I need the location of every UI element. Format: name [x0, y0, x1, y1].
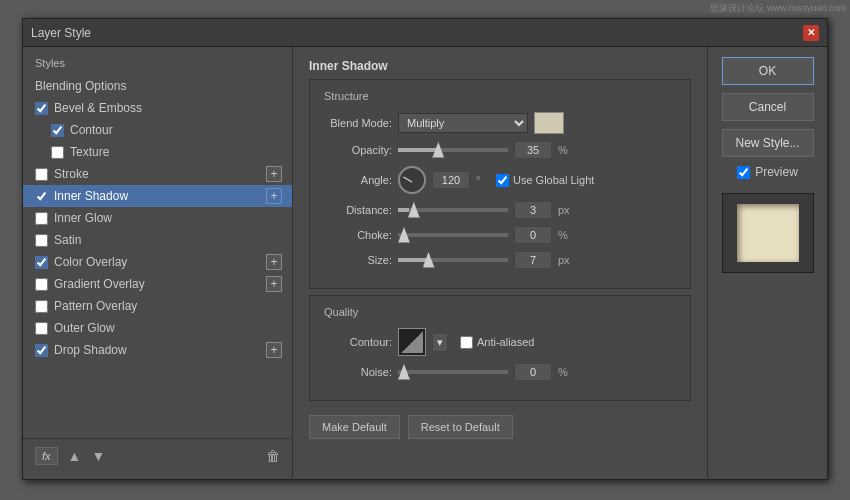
structure-subtitle: Structure: [322, 90, 678, 102]
gradient-overlay-add-button[interactable]: +: [266, 276, 282, 292]
inner-glow-checkbox[interactable]: [35, 212, 48, 225]
contour-dropdown-button[interactable]: ▾: [432, 333, 448, 352]
inner-shadow-checkbox[interactable]: [35, 190, 48, 203]
action-buttons-row: Make Default Reset to Default: [309, 415, 691, 439]
sidebar-item-inner-shadow[interactable]: Inner Shadow +: [23, 185, 292, 207]
bottom-icons-row: fx ▲ ▼ 🗑: [23, 438, 292, 473]
dialog-title: Layer Style: [31, 26, 91, 40]
color-overlay-add-button[interactable]: +: [266, 254, 282, 270]
sidebar-item-satin[interactable]: Satin: [23, 229, 292, 251]
sidebar-item-inner-glow[interactable]: Inner Glow: [23, 207, 292, 229]
title-bar: Layer Style ✕: [23, 19, 827, 47]
sidebar-item-drop-shadow[interactable]: Drop Shadow +: [23, 339, 292, 361]
color-overlay-checkbox[interactable]: [35, 256, 48, 269]
size-input[interactable]: [514, 251, 552, 269]
blend-mode-row: Blend Mode: Multiply Normal Dissolve Scr…: [322, 112, 678, 134]
sidebar-item-bevel-emboss[interactable]: Bevel & Emboss: [23, 97, 292, 119]
opacity-slider[interactable]: [398, 148, 508, 152]
blend-mode-label: Blend Mode:: [322, 117, 392, 129]
gradient-overlay-label: Gradient Overlay: [54, 277, 145, 291]
stroke-checkbox[interactable]: [35, 168, 48, 181]
blending-options-label: Blending Options: [35, 79, 126, 93]
delete-button[interactable]: 🗑: [266, 448, 280, 464]
pattern-overlay-checkbox[interactable]: [35, 300, 48, 313]
new-style-button[interactable]: New Style...: [722, 129, 814, 157]
inner-glow-label: Inner Glow: [54, 211, 112, 225]
blend-mode-select[interactable]: Multiply Normal Dissolve Screen Overlay: [398, 113, 528, 133]
sidebar-item-pattern-overlay[interactable]: Pattern Overlay: [23, 295, 292, 317]
preview-label: Preview: [755, 165, 798, 179]
angle-label: Angle:: [322, 174, 392, 186]
angle-dial[interactable]: [398, 166, 426, 194]
bevel-emboss-checkbox[interactable]: [35, 102, 48, 115]
noise-label: Noise:: [322, 366, 392, 378]
inner-shadow-add-button[interactable]: +: [266, 188, 282, 204]
blend-color-swatch[interactable]: [534, 112, 564, 134]
opacity-unit: %: [558, 144, 572, 156]
opacity-input[interactable]: [514, 141, 552, 159]
contour-thumbnail[interactable]: [398, 328, 426, 356]
stroke-add-button[interactable]: +: [266, 166, 282, 182]
global-light-checkbox[interactable]: [496, 174, 509, 187]
quality-label: Quality: [322, 306, 678, 318]
fx-button[interactable]: fx: [35, 447, 58, 465]
choke-slider[interactable]: [398, 233, 508, 237]
close-button[interactable]: ✕: [803, 25, 819, 41]
sidebar-item-blending-options[interactable]: Blending Options: [23, 75, 292, 97]
size-unit: px: [558, 254, 572, 266]
distance-unit: px: [558, 204, 572, 216]
preview-box: [722, 193, 814, 273]
preview-checkbox[interactable]: [737, 166, 750, 179]
distance-label: Distance:: [322, 204, 392, 216]
global-light-check: Use Global Light: [496, 174, 594, 187]
stroke-label: Stroke: [54, 167, 89, 181]
ok-button[interactable]: OK: [722, 57, 814, 85]
anti-aliased-checkbox[interactable]: [460, 336, 473, 349]
gradient-overlay-checkbox[interactable]: [35, 278, 48, 291]
satin-checkbox[interactable]: [35, 234, 48, 247]
distance-row: Distance: px: [322, 201, 678, 219]
sidebar-item-contour[interactable]: Contour: [23, 119, 292, 141]
global-light-label: Use Global Light: [513, 174, 594, 186]
opacity-row: Opacity: %: [322, 141, 678, 159]
sidebar-item-stroke[interactable]: Stroke +: [23, 163, 292, 185]
move-up-button[interactable]: ▲: [68, 448, 82, 464]
satin-label: Satin: [54, 233, 81, 247]
move-down-button[interactable]: ▼: [91, 448, 105, 464]
outer-glow-label: Outer Glow: [54, 321, 115, 335]
sidebar-item-texture[interactable]: Texture: [23, 141, 292, 163]
quality-section: Quality Contour: ▾ Anti-aliased: [309, 295, 691, 401]
bevel-emboss-label: Bevel & Emboss: [54, 101, 142, 115]
drop-shadow-add-button[interactable]: +: [266, 342, 282, 358]
sidebar-item-outer-glow[interactable]: Outer Glow: [23, 317, 292, 339]
size-row: Size: px: [322, 251, 678, 269]
noise-input[interactable]: [514, 363, 552, 381]
distance-input[interactable]: [514, 201, 552, 219]
size-slider[interactable]: [398, 258, 508, 262]
reset-to-default-button[interactable]: Reset to Default: [408, 415, 513, 439]
angle-needle: [403, 177, 412, 183]
distance-slider[interactable]: [398, 208, 508, 212]
choke-row: Choke: %: [322, 226, 678, 244]
angle-input[interactable]: [432, 171, 470, 189]
cancel-button[interactable]: Cancel: [722, 93, 814, 121]
drop-shadow-checkbox[interactable]: [35, 344, 48, 357]
contour-checkbox[interactable]: [51, 124, 64, 137]
angle-row: Angle: ° Use Global Light: [322, 166, 678, 194]
anti-aliased-check: Anti-aliased: [460, 336, 534, 349]
sidebar-item-color-overlay[interactable]: Color Overlay +: [23, 251, 292, 273]
layer-style-dialog: Layer Style ✕ Styles Blending Options Be…: [22, 18, 828, 480]
preview-thumbnail: [737, 204, 799, 262]
watermark: 思缘设计论坛 www.missyuan.com: [710, 2, 846, 15]
choke-label: Choke:: [322, 229, 392, 241]
choke-input[interactable]: [514, 226, 552, 244]
sidebar-item-gradient-overlay[interactable]: Gradient Overlay +: [23, 273, 292, 295]
right-panel: OK Cancel New Style... Preview: [707, 47, 827, 481]
contour-label: Contour: [70, 123, 113, 137]
texture-checkbox[interactable]: [51, 146, 64, 159]
anti-aliased-label: Anti-aliased: [477, 336, 534, 348]
preview-check-row: Preview: [737, 165, 798, 179]
make-default-button[interactable]: Make Default: [309, 415, 400, 439]
outer-glow-checkbox[interactable]: [35, 322, 48, 335]
noise-slider[interactable]: [398, 370, 508, 374]
